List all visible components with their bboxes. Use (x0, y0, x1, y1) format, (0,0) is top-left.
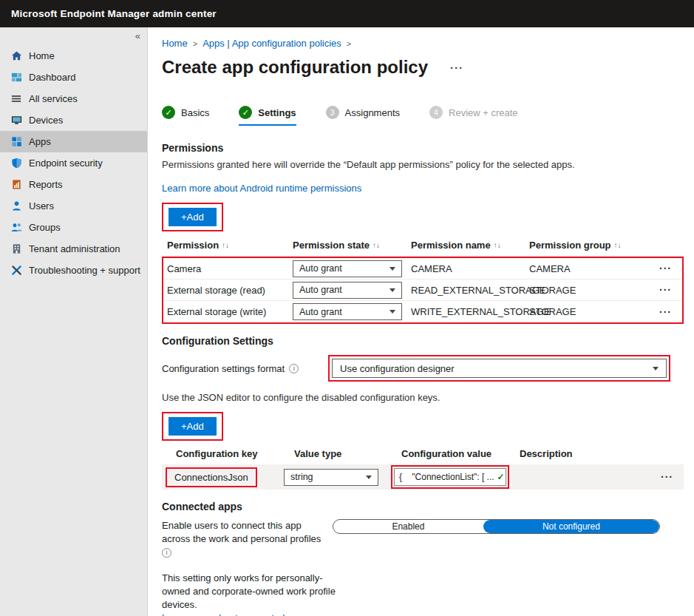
sidebar-item-endpoint-security[interactable]: Endpoint security (0, 152, 147, 174)
step-check-icon: ✓ (162, 106, 175, 119)
permission-state-select[interactable]: Auto grant (293, 282, 402, 299)
header-permission[interactable]: Permission ↑↓ (167, 240, 293, 251)
sidebar-item-groups[interactable]: Groups (0, 217, 147, 238)
sidebar-item-apps[interactable]: Apps (0, 131, 147, 152)
permission-group: STORAGE (529, 285, 650, 296)
dashboard-icon (11, 72, 22, 83)
sidebar-item-label: Home (29, 50, 55, 61)
top-bar: Microsoft Endpoint Manager admin center (0, 0, 694, 27)
step-label: Settings (258, 107, 296, 118)
info-icon: i (162, 548, 171, 558)
sidebar-item-troubleshooting[interactable]: Troubleshooting + support (0, 260, 147, 281)
configuration-format-label: Configuration settings format (162, 363, 285, 374)
sidebar-item-tenant-administration[interactable]: Tenant administration (0, 238, 147, 260)
reports-icon (11, 179, 22, 190)
permission-state-select[interactable]: Auto grant (293, 303, 402, 320)
permissions-heading: Permissions (162, 142, 684, 154)
sidebar-item-label: Reports (29, 179, 63, 190)
chevron-down-icon (389, 288, 395, 292)
sidebar-item-label: Groups (29, 222, 61, 233)
add-permission-highlight: +Add (162, 203, 223, 231)
header-description[interactable]: Description (520, 448, 651, 459)
table-row: External storage (read) Auto grant READ_… (163, 280, 682, 301)
page-title: Create app configuration policy (162, 57, 428, 78)
table-row: Camera Auto grant CAMERA CAMERA ··· (163, 258, 682, 280)
permission-state-select[interactable]: Auto grant (293, 260, 402, 277)
learn-more-connected-apps-link[interactable]: Learn more about connected apps (162, 612, 308, 616)
sidebar-collapse-icon[interactable]: « (135, 30, 140, 41)
header-configuration-key[interactable]: Configuration key (176, 448, 294, 459)
header-permission-group[interactable]: Permission group ↑↓ (529, 240, 651, 251)
shield-icon (11, 158, 22, 169)
sidebar-item-dashboard[interactable]: Dashboard (0, 67, 147, 88)
permission-api-name: READ_EXTERNAL_STORAGE (411, 285, 529, 296)
configuration-key-value: ConnectionsJson (174, 472, 248, 483)
chevron-right-icon: > (347, 39, 351, 48)
breadcrumb-home[interactable]: Home (162, 38, 188, 49)
sort-icon: ↑↓ (494, 241, 501, 249)
configuration-format-row: Configuration settings format i Use conf… (162, 355, 684, 382)
header-configuration-value[interactable]: Configuration value (401, 448, 520, 459)
permissions-table-header: Permission ↑↓ Permission state ↑↓ Permis… (162, 234, 684, 257)
row-more-icon[interactable]: ··· (650, 306, 682, 318)
sidebar-item-all-services[interactable]: All services (0, 88, 147, 109)
wizard-step-review-create[interactable]: 4 Review + create (429, 106, 518, 124)
configuration-format-label-row: Configuration settings format i (162, 363, 328, 374)
step-check-icon: ✓ (239, 106, 252, 119)
connected-apps-note: This setting only works for personally-o… (162, 572, 339, 616)
sort-icon: ↑↓ (222, 241, 229, 249)
user-icon (11, 200, 22, 211)
wizard-step-settings[interactable]: ✓ Settings (239, 106, 296, 126)
row-more-icon[interactable]: ··· (650, 284, 682, 296)
apps-icon (11, 136, 22, 147)
permissions-rows-highlight: Camera Auto grant CAMERA CAMERA ··· Exte… (162, 257, 684, 324)
row-more-icon[interactable]: ··· (650, 263, 682, 274)
add-configuration-button[interactable]: +Add (169, 417, 217, 436)
step-number: 3 (326, 106, 339, 119)
title-more-icon[interactable]: ··· (450, 61, 463, 74)
configuration-value-input[interactable]: { "ConnectionList": [ ... ✓ (394, 468, 506, 486)
step-label: Basics (181, 107, 209, 118)
json-editor-hint: Use the JSON editor to configure the dis… (162, 392, 684, 403)
permission-name: External storage (write) (167, 306, 293, 317)
permission-api-name: WRITE_EXTERNAL_STORAGE (411, 306, 529, 317)
app-title: Microsoft Endpoint Manager admin center (11, 8, 217, 19)
connected-apps-label: Enable users to connect this app across … (162, 519, 328, 558)
wizard-step-assignments[interactable]: 3 Assignments (326, 106, 400, 124)
breadcrumb-current[interactable]: Apps | App configuration policies (203, 38, 341, 49)
permission-group: CAMERA (529, 263, 650, 274)
add-permission-button[interactable]: +Add (169, 208, 217, 226)
sidebar-item-label: All services (29, 93, 78, 104)
configuration-format-select[interactable]: Use configuration designer (332, 359, 667, 378)
troubleshooting-icon (11, 265, 22, 276)
value-type-select[interactable]: string (284, 469, 378, 486)
chevron-down-icon (389, 310, 395, 314)
permission-name: Camera (167, 263, 293, 274)
sidebar-item-devices[interactable]: Devices (0, 109, 147, 131)
step-label: Assignments (345, 107, 400, 118)
toggle-option-enabled[interactable]: Enabled (333, 520, 483, 533)
step-number: 4 (429, 106, 443, 119)
sidebar-item-home[interactable]: Home (0, 45, 147, 67)
sidebar-item-users[interactable]: Users (0, 195, 147, 217)
permissions-table: Permission ↑↓ Permission state ↑↓ Permis… (162, 234, 684, 324)
connected-apps-heading: Connected apps (162, 501, 684, 512)
chevron-right-icon: > (193, 39, 197, 48)
add-configuration-highlight: +Add (162, 412, 223, 441)
learn-more-permissions-link[interactable]: Learn more about Android runtime permiss… (162, 183, 361, 194)
row-more-icon[interactable]: ··· (651, 471, 684, 483)
header-value-type[interactable]: Value type (294, 448, 401, 459)
sidebar-item-label: Endpoint security (29, 158, 103, 169)
toggle-option-not-configured[interactable]: Not configured (483, 520, 659, 533)
wizard-step-basics[interactable]: ✓ Basics (162, 106, 209, 124)
sidebar-item-reports[interactable]: Reports (0, 174, 147, 195)
sidebar-item-label: Troubleshooting + support (29, 265, 140, 276)
header-permission-state[interactable]: Permission state ↑↓ (293, 240, 411, 251)
header-permission-name[interactable]: Permission name ↑↓ (411, 240, 529, 251)
permissions-description: Permissions granted here will override t… (162, 159, 684, 170)
table-row: ConnectionsJson string { "ConnectionList… (162, 464, 684, 490)
configuration-settings-heading: Configuration Settings (162, 335, 684, 347)
valid-check-icon: ✓ (497, 472, 505, 482)
sort-icon: ↑↓ (372, 241, 380, 249)
configuration-table-header: Configuration key Value type Configurati… (162, 443, 684, 464)
